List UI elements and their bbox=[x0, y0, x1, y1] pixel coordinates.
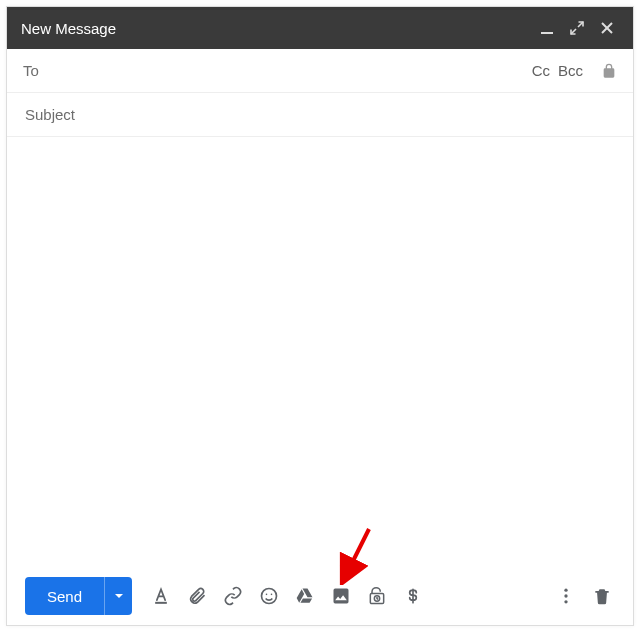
trash-icon bbox=[592, 586, 612, 606]
bcc-button[interactable]: Bcc bbox=[558, 62, 583, 79]
image-button[interactable] bbox=[324, 579, 358, 613]
drive-button[interactable] bbox=[288, 579, 322, 613]
close-icon bbox=[600, 21, 614, 35]
svg-point-8 bbox=[271, 594, 273, 596]
link-button[interactable] bbox=[216, 579, 250, 613]
drive-icon bbox=[295, 586, 315, 606]
lock-icon bbox=[601, 63, 617, 79]
expand-button[interactable] bbox=[565, 16, 589, 40]
svg-rect-5 bbox=[155, 602, 167, 604]
toolbar: Send bbox=[7, 567, 633, 625]
caret-down-icon bbox=[114, 591, 124, 601]
emoji-button[interactable] bbox=[252, 579, 286, 613]
expand-icon bbox=[570, 21, 584, 35]
formatting-button[interactable] bbox=[144, 579, 178, 613]
to-label: To bbox=[23, 62, 39, 79]
svg-point-6 bbox=[262, 589, 277, 604]
send-group: Send bbox=[25, 577, 132, 615]
close-button[interactable] bbox=[595, 16, 619, 40]
subject-field[interactable] bbox=[23, 105, 617, 124]
encryption-indicator[interactable] bbox=[601, 63, 617, 79]
cc-button[interactable]: Cc bbox=[532, 62, 550, 79]
svg-point-13 bbox=[564, 600, 567, 603]
recipients-row: To Cc Bcc bbox=[7, 49, 633, 93]
dollar-icon bbox=[403, 586, 423, 606]
link-icon bbox=[223, 586, 243, 606]
svg-point-11 bbox=[564, 589, 567, 592]
svg-rect-0 bbox=[541, 32, 553, 34]
svg-point-7 bbox=[266, 594, 268, 596]
window-title: New Message bbox=[21, 20, 529, 37]
minimize-button[interactable] bbox=[535, 16, 559, 40]
send-button[interactable]: Send bbox=[25, 577, 104, 615]
confidential-mode-button[interactable] bbox=[360, 579, 394, 613]
discard-button[interactable] bbox=[585, 579, 619, 613]
text-format-icon bbox=[151, 586, 171, 606]
image-icon bbox=[331, 586, 351, 606]
send-options-button[interactable] bbox=[104, 577, 132, 615]
title-bar: New Message bbox=[7, 7, 633, 49]
attach-button[interactable] bbox=[180, 579, 214, 613]
subject-row bbox=[7, 93, 633, 137]
message-body[interactable] bbox=[7, 137, 633, 567]
emoji-icon bbox=[259, 586, 279, 606]
compose-window: New Message To Cc Bcc Send bbox=[6, 6, 634, 626]
more-options-button[interactable] bbox=[549, 579, 583, 613]
minimize-icon bbox=[540, 21, 554, 35]
confidential-clock-icon bbox=[367, 586, 387, 606]
svg-point-12 bbox=[564, 594, 567, 597]
more-vertical-icon bbox=[556, 586, 576, 606]
paperclip-icon bbox=[187, 586, 207, 606]
to-field[interactable] bbox=[39, 61, 524, 80]
money-button[interactable] bbox=[396, 579, 430, 613]
